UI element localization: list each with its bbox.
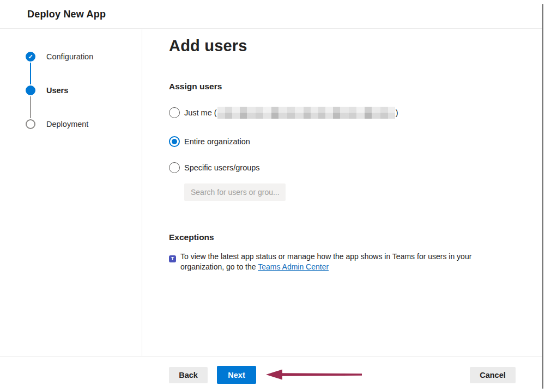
- cancel-button[interactable]: Cancel: [470, 367, 516, 383]
- step-current-icon: [26, 85, 35, 95]
- step-upcoming-icon: [26, 119, 35, 129]
- radio-option-just-me[interactable]: Just me (): [169, 107, 529, 119]
- step-configuration[interactable]: ✓ Configuration: [26, 52, 93, 62]
- step-users[interactable]: Users: [26, 85, 93, 95]
- step-completed-icon: ✓: [26, 52, 35, 62]
- step-label: Configuration: [46, 52, 93, 61]
- note-text: To view the latest app status or manage …: [180, 252, 482, 272]
- main-panel: Add users Assign users Just me () Entire…: [169, 29, 529, 272]
- radio-option-specific-users-groups[interactable]: Specific users/groups: [169, 162, 529, 173]
- radio-label: Just me (): [184, 107, 398, 119]
- step-connector: [30, 96, 31, 118]
- dialog-header: Deploy New App: [0, 0, 542, 29]
- next-button[interactable]: Next: [217, 366, 256, 384]
- radio-label-suffix: ): [396, 108, 398, 117]
- dialog-title: Deploy New App: [27, 9, 106, 20]
- radio-label: Specific users/groups: [184, 163, 260, 172]
- step-label: Deployment: [46, 120, 88, 128]
- annotation-arrow-icon: [265, 368, 363, 381]
- radio-option-entire-organization[interactable]: Entire organization: [169, 136, 529, 147]
- radio-label: Entire organization: [184, 137, 250, 146]
- radio-checked-icon[interactable]: [169, 136, 180, 147]
- teams-icon: T: [169, 255, 176, 262]
- page-title: Add users: [169, 37, 529, 55]
- radio-unchecked-icon[interactable]: [169, 162, 180, 173]
- footer-divider: [0, 356, 542, 357]
- redacted-email: [217, 107, 395, 119]
- back-button[interactable]: Back: [169, 367, 208, 383]
- assign-users-heading: Assign users: [169, 82, 529, 91]
- exceptions-note: T To view the latest app status or manag…: [169, 252, 482, 272]
- radio-dot: [172, 139, 177, 144]
- radio-label-prefix: Just me (: [184, 108, 217, 117]
- wizard-sidebar: ✓ Configuration Users Deployment: [0, 29, 142, 356]
- check-icon: ✓: [28, 53, 33, 60]
- wizard-stepper: ✓ Configuration Users Deployment: [26, 52, 93, 129]
- radio-unchecked-icon[interactable]: [169, 107, 180, 118]
- step-label: Users: [46, 86, 68, 95]
- teams-admin-center-link[interactable]: Teams Admin Center: [258, 262, 329, 271]
- search-users-input[interactable]: [184, 183, 286, 201]
- exceptions-heading: Exceptions: [169, 232, 529, 242]
- step-deployment[interactable]: Deployment: [26, 119, 93, 129]
- step-connector: [30, 63, 31, 84]
- window-edge: [542, 4, 543, 389]
